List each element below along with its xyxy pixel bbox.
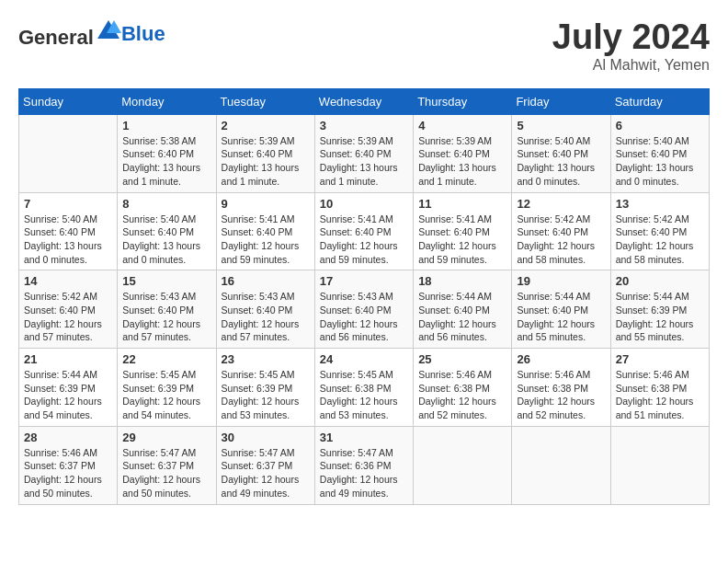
calendar-cell: 28Sunrise: 5:46 AMSunset: 6:37 PMDayligh… (19, 426, 118, 504)
calendar-cell: 23Sunrise: 5:45 AMSunset: 6:39 PMDayligh… (216, 349, 314, 427)
day-info: Sunrise: 5:45 AMSunset: 6:38 PMDaylight:… (320, 368, 408, 422)
calendar-week-row: 14Sunrise: 5:42 AMSunset: 6:40 PMDayligh… (19, 270, 710, 349)
calendar-cell: 16Sunrise: 5:43 AMSunset: 6:40 PMDayligh… (216, 270, 314, 349)
day-number: 5 (517, 119, 605, 132)
calendar-cell: 2Sunrise: 5:39 AMSunset: 6:40 PMDaylight… (216, 114, 314, 192)
calendar-week-row: 28Sunrise: 5:46 AMSunset: 6:37 PMDayligh… (19, 426, 710, 504)
day-info: Sunrise: 5:42 AMSunset: 6:40 PMDaylight:… (616, 213, 704, 267)
calendar-cell: 18Sunrise: 5:44 AMSunset: 6:40 PMDayligh… (414, 270, 512, 349)
calendar-cell: 8Sunrise: 5:40 AMSunset: 6:40 PMDaylight… (118, 192, 216, 270)
calendar-header-row: SundayMondayTuesdayWednesdayThursdayFrid… (19, 88, 710, 114)
day-number: 10 (320, 197, 408, 211)
calendar-cell: 30Sunrise: 5:47 AMSunset: 6:37 PMDayligh… (216, 426, 314, 504)
calendar-cell: 31Sunrise: 5:47 AMSunset: 6:36 PMDayligh… (314, 426, 413, 504)
calendar-cell: 12Sunrise: 5:42 AMSunset: 6:40 PMDayligh… (512, 192, 610, 270)
day-number: 27 (616, 352, 704, 366)
col-header-saturday: Saturday (610, 88, 709, 114)
calendar-cell: 7Sunrise: 5:40 AMSunset: 6:40 PMDaylight… (19, 192, 118, 270)
logo: General Blue (18, 18, 165, 50)
day-info: Sunrise: 5:41 AMSunset: 6:40 PMDaylight:… (222, 213, 310, 267)
day-number: 14 (24, 274, 112, 288)
calendar-cell (414, 426, 512, 504)
calendar-week-row: 7Sunrise: 5:40 AMSunset: 6:40 PMDaylight… (19, 192, 710, 270)
calendar-cell: 19Sunrise: 5:44 AMSunset: 6:40 PMDayligh… (512, 270, 610, 349)
day-info: Sunrise: 5:40 AMSunset: 6:40 PMDaylight:… (517, 134, 605, 189)
calendar-cell: 13Sunrise: 5:42 AMSunset: 6:40 PMDayligh… (610, 192, 709, 270)
calendar-table: SundayMondayTuesdayWednesdayThursdayFrid… (18, 88, 710, 505)
calendar-cell: 27Sunrise: 5:46 AMSunset: 6:38 PMDayligh… (610, 349, 709, 427)
location: Al Mahwit, Yemen (552, 57, 710, 74)
calendar-cell: 3Sunrise: 5:39 AMSunset: 6:40 PMDaylight… (314, 114, 413, 192)
day-number: 30 (222, 431, 310, 444)
calendar-cell: 1Sunrise: 5:38 AMSunset: 6:40 PMDaylight… (118, 114, 216, 192)
col-header-sunday: Sunday (19, 88, 118, 114)
day-info: Sunrise: 5:39 AMSunset: 6:40 PMDaylight:… (222, 134, 310, 189)
calendar-cell (19, 114, 118, 192)
calendar-cell (512, 426, 610, 504)
day-number: 3 (320, 119, 408, 132)
day-info: Sunrise: 5:40 AMSunset: 6:40 PMDaylight:… (24, 213, 112, 267)
day-info: Sunrise: 5:46 AMSunset: 6:38 PMDaylight:… (517, 368, 605, 422)
day-info: Sunrise: 5:44 AMSunset: 6:39 PMDaylight:… (616, 290, 704, 344)
calendar-cell: 11Sunrise: 5:41 AMSunset: 6:40 PMDayligh… (414, 192, 512, 270)
calendar-cell: 17Sunrise: 5:43 AMSunset: 6:40 PMDayligh… (314, 270, 413, 349)
day-number: 24 (320, 352, 408, 366)
col-header-monday: Monday (118, 88, 216, 114)
calendar-cell: 20Sunrise: 5:44 AMSunset: 6:39 PMDayligh… (610, 270, 709, 349)
calendar-cell: 26Sunrise: 5:46 AMSunset: 6:38 PMDayligh… (512, 349, 610, 427)
day-info: Sunrise: 5:43 AMSunset: 6:40 PMDaylight:… (122, 290, 210, 344)
day-number: 13 (616, 197, 704, 211)
calendar-cell: 6Sunrise: 5:40 AMSunset: 6:40 PMDaylight… (610, 114, 709, 192)
day-number: 17 (320, 274, 408, 288)
day-number: 2 (222, 119, 310, 132)
day-info: Sunrise: 5:43 AMSunset: 6:40 PMDaylight:… (320, 290, 408, 344)
day-number: 11 (418, 197, 506, 211)
day-number: 20 (616, 274, 704, 288)
calendar-cell: 14Sunrise: 5:42 AMSunset: 6:40 PMDayligh… (19, 270, 118, 349)
day-info: Sunrise: 5:44 AMSunset: 6:39 PMDaylight:… (24, 368, 112, 422)
day-info: Sunrise: 5:43 AMSunset: 6:40 PMDaylight:… (222, 290, 310, 344)
day-number: 4 (418, 119, 506, 132)
day-number: 9 (222, 197, 310, 211)
day-number: 18 (418, 274, 506, 288)
title-block: July 2024 Al Mahwit, Yemen (552, 18, 710, 74)
calendar-cell: 24Sunrise: 5:45 AMSunset: 6:38 PMDayligh… (314, 349, 413, 427)
calendar-cell: 4Sunrise: 5:39 AMSunset: 6:40 PMDaylight… (414, 114, 512, 192)
calendar-cell: 21Sunrise: 5:44 AMSunset: 6:39 PMDayligh… (19, 349, 118, 427)
calendar-cell: 5Sunrise: 5:40 AMSunset: 6:40 PMDaylight… (512, 114, 610, 192)
calendar-cell (610, 426, 709, 504)
day-number: 25 (418, 352, 506, 366)
logo-blue: Blue (121, 22, 165, 46)
day-info: Sunrise: 5:47 AMSunset: 6:37 PMDaylight:… (222, 446, 310, 500)
calendar-cell: 22Sunrise: 5:45 AMSunset: 6:39 PMDayligh… (118, 349, 216, 427)
day-number: 21 (24, 352, 112, 366)
day-number: 29 (122, 431, 210, 444)
logo-icon (96, 18, 121, 44)
col-header-wednesday: Wednesday (314, 88, 413, 114)
day-info: Sunrise: 5:46 AMSunset: 6:38 PMDaylight:… (616, 368, 704, 422)
col-header-thursday: Thursday (414, 88, 512, 114)
day-number: 26 (517, 352, 605, 366)
calendar-cell: 9Sunrise: 5:41 AMSunset: 6:40 PMDaylight… (216, 192, 314, 270)
day-number: 7 (24, 197, 112, 211)
day-number: 28 (24, 431, 112, 444)
calendar-cell: 10Sunrise: 5:41 AMSunset: 6:40 PMDayligh… (314, 192, 413, 270)
calendar-cell: 15Sunrise: 5:43 AMSunset: 6:40 PMDayligh… (118, 270, 216, 349)
col-header-tuesday: Tuesday (216, 88, 314, 114)
day-info: Sunrise: 5:39 AMSunset: 6:40 PMDaylight:… (320, 134, 408, 189)
day-info: Sunrise: 5:38 AMSunset: 6:40 PMDaylight:… (122, 134, 210, 189)
calendar-week-row: 1Sunrise: 5:38 AMSunset: 6:40 PMDaylight… (19, 114, 710, 192)
day-number: 1 (122, 119, 210, 132)
calendar-cell: 25Sunrise: 5:46 AMSunset: 6:38 PMDayligh… (414, 349, 512, 427)
logo-general: General (18, 26, 94, 49)
day-info: Sunrise: 5:41 AMSunset: 6:40 PMDaylight:… (320, 213, 408, 267)
day-info: Sunrise: 5:42 AMSunset: 6:40 PMDaylight:… (24, 290, 112, 344)
day-number: 22 (122, 352, 210, 366)
day-info: Sunrise: 5:44 AMSunset: 6:40 PMDaylight:… (418, 290, 506, 344)
day-number: 6 (616, 119, 704, 132)
day-info: Sunrise: 5:45 AMSunset: 6:39 PMDaylight:… (122, 368, 210, 422)
day-info: Sunrise: 5:39 AMSunset: 6:40 PMDaylight:… (418, 134, 506, 189)
day-number: 8 (122, 197, 210, 211)
month-year: July 2024 (552, 18, 710, 57)
day-info: Sunrise: 5:42 AMSunset: 6:40 PMDaylight:… (517, 213, 605, 267)
